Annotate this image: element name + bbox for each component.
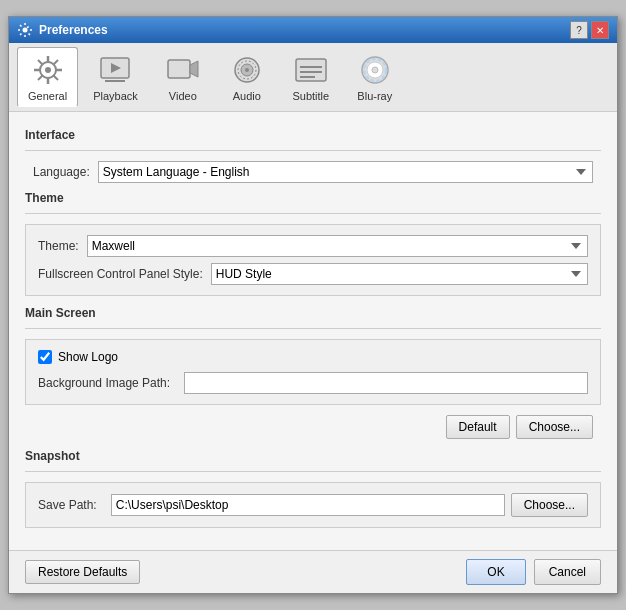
show-logo-label: Show Logo	[58, 350, 118, 364]
window-title: Preferences	[39, 23, 108, 37]
svg-line-10	[38, 75, 43, 80]
tab-video[interactable]: Video	[153, 47, 213, 107]
interface-divider	[25, 150, 601, 151]
theme-divider	[25, 213, 601, 214]
theme-row: Theme: Maxwell	[38, 235, 588, 257]
window-icon	[17, 22, 33, 38]
subtitle-icon	[293, 52, 329, 88]
tab-audio[interactable]: Audio	[217, 47, 277, 107]
preferences-window: Preferences ? ✕	[8, 16, 618, 594]
svg-rect-13	[105, 80, 125, 82]
footer: Restore Defaults OK Cancel	[9, 550, 617, 593]
title-bar-left: Preferences	[17, 22, 108, 38]
title-bar: Preferences ? ✕	[9, 17, 617, 43]
svg-line-9	[53, 60, 58, 65]
theme-section-header: Theme	[25, 191, 601, 205]
save-path-label: Save Path:	[38, 498, 97, 512]
tab-bluray-label: Blu-ray	[357, 90, 392, 102]
svg-line-8	[53, 75, 58, 80]
general-icon	[30, 52, 66, 88]
interface-section-header: Interface	[25, 128, 601, 142]
tab-subtitle[interactable]: Subtitle	[281, 47, 341, 107]
content-area: Interface Language: System Language - En…	[9, 112, 617, 550]
language-row: Language: System Language - English	[25, 161, 601, 183]
snapshot-box: Save Path: Choose...	[25, 482, 601, 528]
svg-point-2	[45, 67, 51, 73]
save-path-input[interactable]	[111, 494, 505, 516]
show-logo-row: Show Logo	[38, 350, 588, 364]
language-label: Language:	[33, 165, 90, 179]
main-screen-section-header: Main Screen	[25, 306, 601, 320]
cancel-button[interactable]: Cancel	[534, 559, 601, 585]
bg-image-label: Background Image Path:	[38, 376, 170, 390]
snapshot-divider	[25, 471, 601, 472]
playback-icon	[97, 52, 133, 88]
tab-general-label: General	[28, 90, 67, 102]
svg-point-26	[372, 67, 378, 73]
tab-playback[interactable]: Playback	[82, 47, 149, 107]
main-screen-box: Show Logo Background Image Path:	[25, 339, 601, 405]
audio-icon	[229, 52, 265, 88]
bluray-icon	[357, 52, 393, 88]
bg-image-row: Background Image Path:	[38, 372, 588, 394]
bg-image-buttons: Default Choose...	[25, 415, 601, 439]
show-logo-checkbox[interactable]	[38, 350, 52, 364]
svg-marker-15	[190, 61, 198, 77]
snapshot-choose-button[interactable]: Choose...	[511, 493, 588, 517]
theme-box: Theme: Maxwell Fullscreen Control Panel …	[25, 224, 601, 296]
svg-point-18	[245, 68, 249, 72]
title-buttons: ? ✕	[570, 21, 609, 39]
bg-choose-button[interactable]: Choose...	[516, 415, 593, 439]
bg-image-input[interactable]	[184, 372, 588, 394]
tab-general[interactable]: General	[17, 47, 78, 107]
tab-audio-label: Audio	[233, 90, 261, 102]
save-path-row: Save Path: Choose...	[38, 493, 588, 517]
svg-rect-14	[168, 60, 190, 78]
language-select[interactable]: System Language - English	[98, 161, 593, 183]
help-button[interactable]: ?	[570, 21, 588, 39]
ok-button[interactable]: OK	[466, 559, 525, 585]
fullscreen-row: Fullscreen Control Panel Style: HUD Styl…	[38, 263, 588, 285]
svg-line-7	[38, 60, 43, 65]
video-icon	[165, 52, 201, 88]
main-screen-divider	[25, 328, 601, 329]
theme-select[interactable]: Maxwell	[87, 235, 588, 257]
fullscreen-select[interactable]: HUD Style	[211, 263, 588, 285]
footer-right-buttons: OK Cancel	[466, 559, 601, 585]
svg-point-0	[23, 28, 28, 33]
restore-defaults-button[interactable]: Restore Defaults	[25, 560, 140, 584]
tab-subtitle-label: Subtitle	[292, 90, 329, 102]
close-button[interactable]: ✕	[591, 21, 609, 39]
tab-bluray[interactable]: Blu-ray	[345, 47, 405, 107]
tab-playback-label: Playback	[93, 90, 138, 102]
snapshot-section-header: Snapshot	[25, 449, 601, 463]
theme-label: Theme:	[38, 239, 79, 253]
toolbar: General Playback Video	[9, 43, 617, 112]
default-button[interactable]: Default	[446, 415, 510, 439]
fullscreen-label: Fullscreen Control Panel Style:	[38, 267, 203, 281]
tab-video-label: Video	[169, 90, 197, 102]
